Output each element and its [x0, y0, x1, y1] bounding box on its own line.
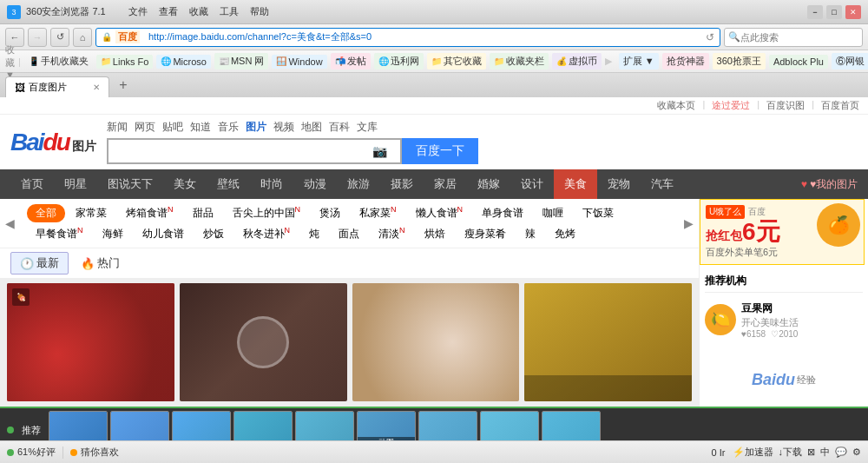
bookmark-adblock[interactable]: Adblock Plu	[769, 55, 828, 69]
sub-cat-light[interactable]: 清淡N	[370, 224, 414, 243]
settings-gear-icon[interactable]: ⚙	[852, 446, 861, 458]
bookmark-bank[interactable]: ⑥网银	[832, 53, 868, 69]
baidu-home-link[interactable]: 百度首页	[821, 99, 859, 112]
tab-close-button[interactable]: ✕	[93, 83, 100, 92]
address-bar[interactable]: 🔒 百度 http://image.baidu.com/channel?c=美食…	[95, 28, 720, 47]
cat-pets[interactable]: 宠物	[597, 169, 641, 199]
cat-anime[interactable]: 动漫	[293, 169, 337, 199]
food-image-3[interactable]	[352, 283, 520, 401]
cat-travel[interactable]: 旅游	[337, 169, 380, 199]
sub-cat-stew[interactable]: 炖	[300, 225, 328, 243]
sub-cat-kid[interactable]: 幼儿食谱	[134, 225, 193, 243]
sidebar-item-douguo[interactable]: 🍋 豆果网 开心美味生活 ♥6158 ♡2010	[705, 298, 863, 342]
forward-button[interactable]: →	[28, 28, 47, 47]
cat-wedding[interactable]: 婚嫁	[467, 169, 510, 199]
browser-search-input[interactable]	[740, 32, 858, 43]
reload-icon[interactable]: ↺	[706, 31, 714, 43]
search-button[interactable]: 百度一下	[402, 138, 478, 164]
thumb-5[interactable]	[295, 411, 354, 440]
notification-icon[interactable]: 💬	[835, 446, 847, 458]
sub-cat-homecooking[interactable]: 家常菜	[67, 204, 115, 222]
bookmark-folder[interactable]: 📁收藏夹栏	[490, 53, 549, 69]
my-images-button[interactable]: ♥ ♥我的图片	[801, 177, 858, 192]
right-arrow-icon[interactable]: ▶	[684, 216, 694, 230]
tab-baidu-images[interactable]: 🖼 百度图片 ✕	[5, 76, 109, 97]
nav-music[interactable]: 音乐	[218, 120, 239, 135]
thumb-9[interactable]	[542, 411, 601, 440]
bookmark-post[interactable]: 📬发帖	[331, 53, 371, 69]
push-label[interactable]: 推荐	[16, 422, 46, 439]
bookmark-extension[interactable]: 扩展 ▼	[619, 53, 659, 69]
bookmark-xunli[interactable]: 🌐迅利网	[374, 53, 424, 69]
thumb-2[interactable]	[110, 411, 169, 440]
bookmark-grab[interactable]: 抢货神器	[662, 53, 709, 69]
cat-home-deco[interactable]: 家居	[424, 169, 467, 199]
menu-view[interactable]: 查看	[159, 6, 178, 17]
browser-search-box[interactable]: 🔍	[724, 28, 863, 47]
bookmark-window[interactable]: 🪟Window	[272, 55, 326, 69]
cat-design[interactable]: 设计	[510, 169, 554, 199]
cat-home[interactable]: 首页	[10, 169, 54, 199]
bookmark-ms[interactable]: 🌐Microso	[156, 55, 211, 69]
ad-banner[interactable]: U饿了么 百度 抢红包6元 百度外卖单笔6元 🍊	[700, 199, 865, 265]
bookmark-virtual[interactable]: 💰虚拟币	[552, 53, 602, 69]
nav-baike[interactable]: 百科	[329, 120, 350, 135]
thumb-3[interactable]	[172, 411, 231, 440]
cat-beauty[interactable]: 美女	[163, 169, 207, 199]
thumb-8[interactable]	[480, 411, 539, 440]
sub-cat-autumn[interactable]: 秋冬进补N	[234, 224, 299, 243]
sub-cat-single[interactable]: 单身食谱	[473, 204, 532, 222]
cat-story[interactable]: 图说天下	[97, 169, 163, 199]
input-method-icon[interactable]: 中	[820, 446, 830, 459]
close-button[interactable]: ✕	[845, 5, 861, 19]
sub-cat-rice-side[interactable]: 下饭菜	[574, 204, 622, 222]
sub-cat-sweets[interactable]: 甜品	[184, 204, 222, 222]
bookmark-msn[interactable]: 📰MSN 网	[214, 53, 269, 69]
sub-cat-friedrice[interactable]: 炒饭	[194, 225, 233, 243]
bookmark-links[interactable]: 📁Links Fo	[96, 55, 154, 69]
sub-cat-breakfast[interactable]: 早餐食谱N	[27, 224, 92, 243]
thumb-7[interactable]	[418, 411, 477, 440]
nav-tieba[interactable]: 贴吧	[162, 120, 183, 135]
sub-cat-baking[interactable]: 烘焙	[416, 225, 454, 243]
bookmark-other[interactable]: 📁其它收藏	[427, 53, 486, 69]
accelerate-icon[interactable]: ⚡加速器	[733, 446, 773, 459]
sub-cat-soup[interactable]: 煲汤	[311, 204, 349, 222]
camera-icon[interactable]: 📷	[369, 144, 391, 158]
sub-cat-pastry[interactable]: 面点	[330, 225, 368, 243]
nav-wenku[interactable]: 文库	[357, 120, 378, 135]
sub-cat-all[interactable]: 全部	[27, 204, 65, 222]
cat-star[interactable]: 明星	[54, 169, 97, 199]
sub-cat-curry[interactable]: 咖喱	[534, 204, 572, 222]
cat-fashion[interactable]: 时尚	[250, 169, 293, 199]
cat-cars[interactable]: 汽车	[641, 169, 684, 199]
nav-images[interactable]: 图片	[246, 120, 266, 135]
nav-video[interactable]: 视频	[273, 120, 294, 135]
food-image-2[interactable]	[180, 283, 347, 401]
sub-cat-seafood[interactable]: 海鲜	[94, 225, 132, 243]
sub-cat-nobake[interactable]: 免烤	[546, 225, 584, 243]
menu-bookmarks[interactable]: 收藏	[189, 6, 208, 17]
refresh-button[interactable]: ↺	[50, 28, 69, 47]
bookmark-page-link[interactable]: 收藏本页	[657, 99, 695, 112]
food-image-4[interactable]	[524, 283, 692, 401]
menu-file[interactable]: 文件	[128, 6, 148, 17]
baidu-identify-link[interactable]: 百度识图	[766, 99, 805, 112]
nav-map[interactable]: 地图	[301, 120, 322, 135]
download-icon[interactable]: ↓下载	[779, 446, 803, 459]
sub-cat-tongue[interactable]: 舌尖上的中国N	[224, 203, 310, 222]
left-arrow-icon[interactable]: ◀	[5, 216, 15, 230]
cat-photo[interactable]: 摄影	[380, 169, 424, 199]
bookmark-mobile[interactable]: 📱手机收藏夹	[24, 53, 93, 69]
cat-wallpaper[interactable]: 壁纸	[207, 169, 250, 199]
food-image-1[interactable]: 🍖	[7, 283, 174, 401]
sub-cat-spicy[interactable]: 辣	[516, 225, 544, 243]
search-input[interactable]	[108, 140, 369, 162]
nav-zhidao[interactable]: 知道	[190, 120, 211, 135]
tu-guo-link[interactable]: 途过爱过	[712, 99, 750, 112]
nav-web[interactable]: 网页	[135, 120, 155, 135]
tab-latest[interactable]: 🕐 最新	[10, 252, 69, 274]
home-button[interactable]: ⌂	[73, 28, 92, 47]
sub-cat-lazy[interactable]: 懒人食谱N	[407, 203, 472, 222]
new-tab-button[interactable]: +	[113, 75, 134, 96]
